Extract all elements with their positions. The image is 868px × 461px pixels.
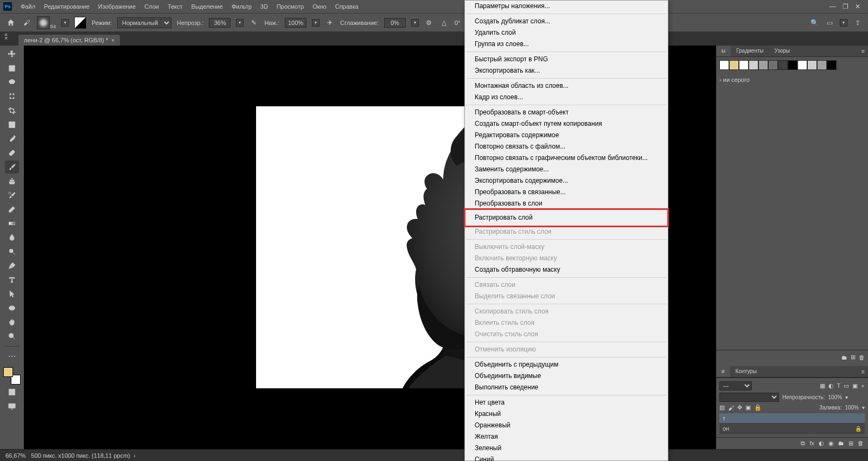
context-menu-item[interactable]: Растрировать слой bbox=[465, 209, 668, 226]
context-menu-item[interactable]: Преобразовать в смарт-объект bbox=[465, 107, 668, 118]
swatch[interactable] bbox=[817, 60, 827, 70]
filter-adjust-icon[interactable]: ◐ bbox=[828, 382, 834, 389]
layer-item[interactable]: он 🔒 bbox=[719, 424, 865, 434]
lock-position-icon[interactable]: ✥ bbox=[737, 404, 742, 411]
blend-mode-layer-select[interactable] bbox=[719, 393, 779, 402]
context-menu-item[interactable]: Желтая bbox=[465, 431, 668, 443]
new-group-icon[interactable]: 🖿 bbox=[838, 440, 844, 447]
swatch[interactable] bbox=[739, 60, 749, 70]
screenmode-tool[interactable] bbox=[5, 400, 19, 413]
clone-stamp-tool[interactable] bbox=[5, 175, 19, 188]
context-menu-item[interactable]: Параметры наложения... bbox=[465, 1, 668, 12]
context-menu-item[interactable]: Повторно связать с файлом... bbox=[465, 141, 668, 152]
lasso-tool[interactable] bbox=[5, 76, 19, 89]
window-minimize-icon[interactable]: — bbox=[829, 3, 836, 10]
context-menu-item[interactable]: Объединить видимые bbox=[465, 370, 668, 382]
opacity-value[interactable]: 36% bbox=[209, 18, 231, 28]
search-icon[interactable]: 🔍 bbox=[809, 18, 819, 28]
swatch[interactable] bbox=[719, 60, 729, 70]
crop-tool[interactable] bbox=[5, 104, 19, 117]
blend-mode-select[interactable]: Нормальный bbox=[117, 17, 171, 28]
smoothing-dropdown[interactable]: ▾ bbox=[411, 19, 419, 27]
document-info[interactable]: 500 пикс. x1000 пикс. (118,11 ppcm) bbox=[31, 452, 130, 459]
brush-icon[interactable]: 🖌 bbox=[22, 18, 31, 28]
shape-tool[interactable] bbox=[5, 302, 19, 315]
context-menu-item[interactable]: Объединить с предыдущим bbox=[465, 359, 668, 370]
workspace-dropdown[interactable]: ▾ bbox=[840, 19, 847, 27]
healing-tool[interactable] bbox=[5, 146, 19, 159]
blur-tool[interactable] bbox=[5, 231, 19, 244]
swatch[interactable] bbox=[807, 60, 817, 70]
brush-preview[interactable] bbox=[37, 16, 50, 29]
tab-patterns[interactable]: Узоры bbox=[769, 46, 795, 56]
context-menu-item[interactable]: Нет цвета bbox=[465, 397, 668, 408]
flow-dropdown[interactable]: ▾ bbox=[312, 19, 320, 27]
context-menu-item[interactable]: Экспортировать как... bbox=[465, 65, 668, 76]
swatch[interactable] bbox=[778, 60, 788, 70]
tab-gradients[interactable]: Градиенты bbox=[731, 46, 769, 56]
menu-filter[interactable]: Фильтр bbox=[227, 0, 256, 13]
context-menu-item[interactable]: Редактировать содержимое bbox=[465, 130, 668, 141]
color-picker[interactable] bbox=[3, 367, 21, 385]
eraser-tool[interactable] bbox=[5, 203, 19, 216]
zoom-tool[interactable] bbox=[5, 330, 19, 343]
path-select-tool[interactable] bbox=[5, 287, 19, 300]
quickmask-tool[interactable] bbox=[5, 386, 19, 399]
document-tab[interactable]: лени-2 @ 66,7% (ост, RGB/8) * × bbox=[18, 35, 120, 46]
quick-select-tool[interactable] bbox=[5, 90, 19, 103]
layer-mask-icon[interactable]: ◐ bbox=[819, 440, 824, 447]
hand-tool[interactable] bbox=[5, 316, 19, 329]
context-menu-item[interactable]: Зеленый bbox=[465, 443, 668, 454]
context-menu-item[interactable]: Преобразовать в слои bbox=[465, 198, 668, 209]
context-menu-item[interactable]: Красный bbox=[465, 408, 668, 420]
settings-gear-icon[interactable]: ⚙ bbox=[424, 18, 434, 28]
context-menu-item[interactable]: Заменить содержимое... bbox=[465, 164, 668, 175]
chevron-down-icon[interactable]: ▾ bbox=[845, 394, 848, 400]
new-icon[interactable]: ⊞ bbox=[851, 354, 856, 361]
close-tab-icon[interactable]: × bbox=[111, 37, 114, 43]
smoothing-value[interactable]: 0% bbox=[384, 18, 406, 28]
swatch[interactable] bbox=[788, 60, 797, 70]
layer-fill-value[interactable]: 100% bbox=[845, 405, 859, 411]
menu-text[interactable]: Текст bbox=[163, 0, 187, 13]
frame-tool[interactable] bbox=[5, 118, 19, 131]
chevron-right-icon[interactable]: › bbox=[133, 452, 136, 459]
tab-paths[interactable]: Контуры bbox=[730, 366, 762, 377]
swatch[interactable] bbox=[768, 60, 778, 70]
brush-swatch[interactable] bbox=[74, 17, 86, 29]
context-menu-item[interactable]: Монтажная область из слоев... bbox=[465, 80, 668, 92]
history-brush-tool[interactable] bbox=[5, 189, 19, 202]
context-menu-item[interactable]: Оранжевый bbox=[465, 420, 668, 431]
marquee-tool[interactable] bbox=[5, 62, 19, 75]
gradient-tool[interactable] bbox=[5, 217, 19, 230]
folder-icon[interactable]: 🖿 bbox=[841, 354, 847, 361]
lock-paint-icon[interactable]: 🖌 bbox=[728, 405, 734, 411]
menu-window[interactable]: Окно bbox=[308, 0, 331, 13]
flow-value[interactable]: 100% bbox=[285, 18, 307, 28]
lock-all-icon[interactable]: 🔒 bbox=[754, 404, 762, 411]
brush-tool[interactable] bbox=[5, 161, 19, 174]
trash-icon[interactable]: 🗑 bbox=[859, 354, 865, 361]
swatch[interactable] bbox=[797, 60, 807, 70]
layers-panel-menu-icon[interactable]: ≡ bbox=[858, 366, 868, 377]
window-close-icon[interactable]: ✕ bbox=[855, 3, 860, 10]
menu-file[interactable]: Файл bbox=[16, 0, 40, 13]
filter-toggle-icon[interactable]: ● bbox=[861, 382, 865, 389]
context-menu-item[interactable]: Кадр из слоев... bbox=[465, 92, 668, 103]
tab-layers[interactable]: и bbox=[716, 366, 730, 377]
tab-scroll-controls[interactable]: «× bbox=[4, 33, 8, 40]
opacity-dropdown[interactable]: ▾ bbox=[236, 19, 244, 27]
menu-view[interactable]: Просмотр bbox=[272, 0, 308, 13]
menu-help[interactable]: Справка bbox=[331, 0, 363, 13]
new-fill-icon[interactable]: ◉ bbox=[828, 440, 834, 447]
lock-transparent-icon[interactable]: ▨ bbox=[719, 404, 725, 411]
layer-item[interactable]: т bbox=[719, 413, 865, 424]
context-menu-item[interactable]: Быстрый экспорт в PNG bbox=[465, 54, 668, 65]
pen-tool[interactable] bbox=[5, 259, 19, 272]
delete-layer-icon[interactable]: 🗑 bbox=[858, 440, 864, 447]
menu-select[interactable]: Выделение bbox=[187, 0, 227, 13]
lock-artboard-icon[interactable]: ▣ bbox=[745, 404, 751, 411]
layer-style-icon[interactable]: fx bbox=[809, 440, 814, 447]
brush-preset-dropdown[interactable]: ▾ bbox=[61, 19, 69, 27]
context-menu-item[interactable]: Преобразовать в связанные... bbox=[465, 187, 668, 198]
